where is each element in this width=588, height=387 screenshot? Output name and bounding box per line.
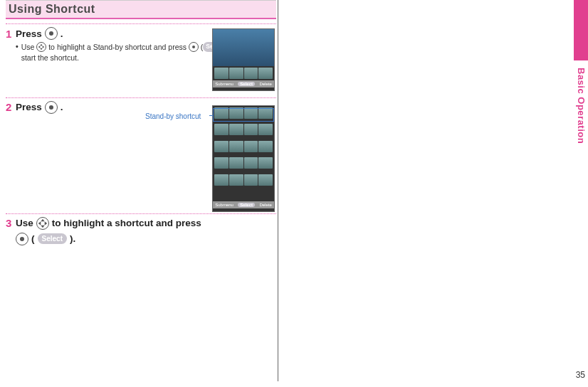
- page-number: 35: [576, 370, 585, 380]
- svg-marker-4: [43, 46, 45, 48]
- center-key-icon: [189, 42, 199, 52]
- screenshot-1: Submenu Select Delete: [212, 28, 275, 91]
- divider-dots: [6, 23, 276, 24]
- step-3-mid: to highlight a shortcut and press: [52, 218, 201, 228]
- svg-marker-5: [41, 218, 44, 221]
- side-section-label: Basic Operation: [575, 68, 587, 144]
- dpad-icon: [36, 42, 46, 52]
- svg-marker-2: [41, 48, 43, 51]
- step-number: 3: [6, 217, 13, 229]
- center-key-icon: [16, 233, 28, 245]
- step-1-prefix: Press: [16, 28, 42, 39]
- step-1-text: Press .: [16, 27, 63, 40]
- callout-label: Stand-by shortcut: [145, 112, 201, 120]
- side-color-tab: [574, 0, 588, 60]
- screenshot-2: Submenu Select Delete: [212, 105, 275, 212]
- softkey-delete: Delete: [259, 82, 271, 86]
- dpad-icon: [36, 217, 49, 230]
- callout-line: [209, 115, 213, 116]
- select-softkey-pill: Select: [38, 233, 67, 244]
- softkey-submenu: Submenu: [215, 203, 233, 207]
- softkey-submenu: Submenu: [215, 82, 233, 86]
- step-1-sub-t1: Use: [21, 43, 37, 51]
- step-3-text: Use to highlight a shortcut and press: [16, 217, 201, 230]
- softkey-delete: Delete: [259, 203, 271, 207]
- step-2-suffix: .: [61, 102, 63, 112]
- step-1-suffix: .: [61, 28, 63, 39]
- svg-marker-7: [38, 221, 41, 225]
- step-1-sub-t2: to highlight a Stand-by shortcut and pre…: [48, 43, 189, 51]
- bullet-icon: •: [16, 41, 19, 63]
- step-3-paren2: ).: [70, 233, 75, 244]
- section-title: Using Shortcut: [6, 0, 276, 19]
- softkey-select: Select: [238, 82, 255, 86]
- center-key-icon: [45, 101, 58, 114]
- center-key-icon: [45, 27, 58, 40]
- step-2-prefix: Press: [16, 102, 42, 112]
- step-number: 2: [6, 101, 13, 113]
- softkey-select: Select: [238, 203, 255, 207]
- step-3-paren1: (: [31, 233, 35, 244]
- step-3: 3 Use to highlight a shortcut and press …: [6, 217, 276, 245]
- step-2-text: Press .: [16, 101, 63, 114]
- divider-dots: [6, 213, 276, 214]
- divider-dots: [6, 97, 276, 98]
- column-divider: [278, 0, 278, 381]
- svg-marker-1: [41, 44, 43, 46]
- svg-marker-3: [38, 46, 41, 48]
- step-3-line2: (Select).: [16, 233, 75, 245]
- svg-marker-6: [41, 225, 44, 228]
- svg-marker-8: [44, 221, 47, 225]
- step-number: 1: [6, 28, 13, 40]
- step-3-prefix: Use: [16, 218, 33, 228]
